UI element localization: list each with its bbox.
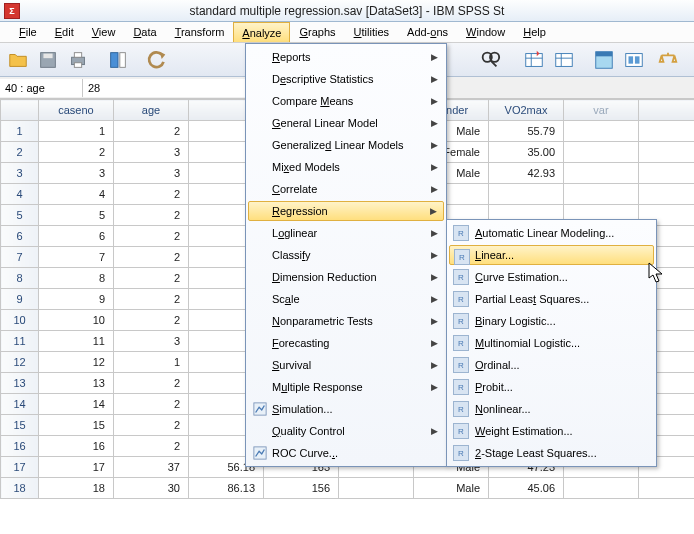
- col-vo2max[interactable]: VO2max: [489, 100, 564, 121]
- cell[interactable]: 2: [114, 289, 189, 310]
- cell[interactable]: [639, 121, 695, 142]
- cell[interactable]: 14: [39, 394, 114, 415]
- row-header[interactable]: 2: [1, 142, 39, 163]
- cell[interactable]: Male: [414, 478, 489, 499]
- col-caseno[interactable]: caseno: [39, 100, 114, 121]
- cell[interactable]: 6: [39, 226, 114, 247]
- regression-item-multinomial-logistic[interactable]: RMultinomial Logistic...: [449, 332, 654, 354]
- cell[interactable]: [639, 142, 695, 163]
- table-row[interactable]: 18183086.13156Male45.06: [1, 478, 695, 499]
- menu-edit[interactable]: Edit: [46, 22, 83, 42]
- row-header[interactable]: 7: [1, 247, 39, 268]
- row-header[interactable]: 5: [1, 205, 39, 226]
- save-icon[interactable]: [34, 46, 62, 74]
- cell[interactable]: 2: [114, 310, 189, 331]
- cell[interactable]: [564, 163, 639, 184]
- regression-item-binary-logistic[interactable]: RBinary Logistic...: [449, 310, 654, 332]
- regression-item-automatic-linear-modeling[interactable]: RAutomatic Linear Modeling...: [449, 222, 654, 244]
- cell[interactable]: 3: [114, 142, 189, 163]
- row-header[interactable]: 4: [1, 184, 39, 205]
- analyze-item-regression[interactable]: Regression▶: [248, 201, 444, 221]
- row-header[interactable]: 17: [1, 457, 39, 478]
- row-header[interactable]: 16: [1, 436, 39, 457]
- cell[interactable]: 30: [114, 478, 189, 499]
- weight-icon[interactable]: [654, 46, 682, 74]
- row-header[interactable]: 8: [1, 268, 39, 289]
- analyze-item-dimension-reduction[interactable]: Dimension Reduction▶: [248, 266, 444, 288]
- menu-view[interactable]: View: [83, 22, 125, 42]
- recall-icon[interactable]: [104, 46, 132, 74]
- cell[interactable]: [564, 184, 639, 205]
- menu-transform[interactable]: Transform: [166, 22, 234, 42]
- cell[interactable]: 7: [39, 247, 114, 268]
- menu-window[interactable]: Window: [457, 22, 514, 42]
- analyze-item-scale[interactable]: Scale▶: [248, 288, 444, 310]
- cell[interactable]: 15: [39, 415, 114, 436]
- cell[interactable]: 12: [39, 352, 114, 373]
- variables-icon[interactable]: [520, 46, 548, 74]
- cell[interactable]: [564, 142, 639, 163]
- regression-item-linear[interactable]: RLinear...: [449, 245, 654, 265]
- regression-item-curve-estimation[interactable]: RCurve Estimation...: [449, 266, 654, 288]
- menu-analyze[interactable]: Analyze: [233, 22, 290, 42]
- row-header[interactable]: 15: [1, 415, 39, 436]
- analyze-item-forecasting[interactable]: Forecasting▶: [248, 332, 444, 354]
- cell[interactable]: 4: [39, 184, 114, 205]
- cell[interactable]: 16: [39, 436, 114, 457]
- cell[interactable]: [639, 478, 695, 499]
- cell[interactable]: 11: [39, 331, 114, 352]
- analyze-item-general-linear-model[interactable]: General Linear Model▶: [248, 112, 444, 134]
- row-header[interactable]: 12: [1, 352, 39, 373]
- cell[interactable]: 1: [114, 352, 189, 373]
- row-header[interactable]: 1: [1, 121, 39, 142]
- cell[interactable]: 156: [264, 478, 339, 499]
- analyze-item-multiple-response[interactable]: Multiple Response▶: [248, 376, 444, 398]
- cell[interactable]: [489, 184, 564, 205]
- row-header[interactable]: 6: [1, 226, 39, 247]
- cell[interactable]: [639, 184, 695, 205]
- col-var2[interactable]: [639, 100, 695, 121]
- regression-item-ordinal[interactable]: ROrdinal...: [449, 354, 654, 376]
- cell[interactable]: 13: [39, 373, 114, 394]
- menu-data[interactable]: Data: [124, 22, 165, 42]
- run-icon[interactable]: [550, 46, 578, 74]
- analyze-item-generalized-linear-models[interactable]: Generalized Linear Models▶: [248, 134, 444, 156]
- cell[interactable]: 2: [114, 247, 189, 268]
- regression-item-probit[interactable]: RProbit...: [449, 376, 654, 398]
- cell[interactable]: 2: [114, 226, 189, 247]
- row-header[interactable]: 13: [1, 373, 39, 394]
- cell[interactable]: 37: [114, 457, 189, 478]
- analyze-item-classify[interactable]: Classify▶: [248, 244, 444, 266]
- analyze-item-loglinear[interactable]: Loglinear▶: [248, 222, 444, 244]
- find-icon[interactable]: [476, 46, 504, 74]
- row-header[interactable]: 14: [1, 394, 39, 415]
- analyze-item-compare-means[interactable]: Compare Means▶: [248, 90, 444, 112]
- analyze-item-survival[interactable]: Survival▶: [248, 354, 444, 376]
- cell[interactable]: 42.93: [489, 163, 564, 184]
- menu-file[interactable]: File: [10, 22, 46, 42]
- regression-item-2-stage-least-squares[interactable]: R2-Stage Least Squares...: [449, 442, 654, 464]
- print-icon[interactable]: [64, 46, 92, 74]
- cell[interactable]: 55.79: [489, 121, 564, 142]
- cell[interactable]: [639, 163, 695, 184]
- cell[interactable]: 35.00: [489, 142, 564, 163]
- cell[interactable]: 17: [39, 457, 114, 478]
- value-labels-icon[interactable]: [620, 46, 648, 74]
- menu-utilities[interactable]: Utilities: [345, 22, 398, 42]
- cell[interactable]: 18: [39, 478, 114, 499]
- cell[interactable]: 9: [39, 289, 114, 310]
- cell[interactable]: 2: [114, 121, 189, 142]
- analyze-item-nonparametric-tests[interactable]: Nonparametric Tests▶: [248, 310, 444, 332]
- menu-addons[interactable]: Add-ons: [398, 22, 457, 42]
- regression-item-weight-estimation[interactable]: RWeight Estimation...: [449, 420, 654, 442]
- regression-item-nonlinear[interactable]: RNonlinear...: [449, 398, 654, 420]
- cell[interactable]: 45.06: [489, 478, 564, 499]
- cell[interactable]: 2: [114, 373, 189, 394]
- cell[interactable]: 5: [39, 205, 114, 226]
- analyze-item-reports[interactable]: Reports▶: [248, 46, 444, 68]
- row-header[interactable]: 18: [1, 478, 39, 499]
- regression-item-partial-least-squares[interactable]: RPartial Least Squares...: [449, 288, 654, 310]
- cell[interactable]: 86.13: [189, 478, 264, 499]
- cell[interactable]: 2: [114, 436, 189, 457]
- cell[interactable]: 3: [114, 331, 189, 352]
